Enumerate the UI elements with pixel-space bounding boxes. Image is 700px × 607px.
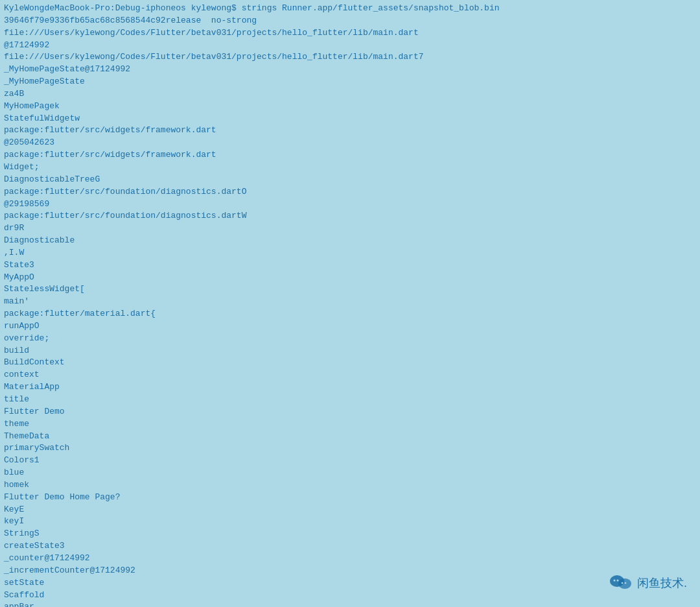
terminal-line: StringS bbox=[4, 528, 696, 540]
terminal-line: MaterialApp bbox=[4, 381, 696, 394]
terminal-line: dr9R bbox=[4, 222, 696, 235]
svg-point-1 bbox=[618, 578, 631, 589]
terminal-line: package:flutter/src/foundation/diagnosti… bbox=[4, 210, 696, 222]
terminal-line: @29198569 bbox=[4, 198, 696, 211]
svg-point-2 bbox=[613, 580, 615, 582]
terminal-line: homek bbox=[4, 479, 696, 492]
terminal-line: _MyHomePageState bbox=[4, 76, 696, 88]
terminal-line: package:flutter/material.dart{ bbox=[4, 308, 696, 320]
terminal-line: blue bbox=[4, 467, 696, 479]
terminal-line: _incrementCounter@17124992 bbox=[4, 565, 696, 577]
terminal-line: file:///Users/kylewong/Codes/Flutter/bet… bbox=[4, 27, 696, 40]
svg-point-4 bbox=[622, 582, 624, 584]
terminal-line: _MyHomePageState@17124992 bbox=[4, 64, 696, 76]
terminal-line: KeyE bbox=[4, 504, 696, 516]
terminal-line: Flutter Demo Home Page? bbox=[4, 492, 696, 504]
terminal-line: Colors1 bbox=[4, 455, 696, 467]
terminal-line: main' bbox=[4, 296, 696, 308]
terminal-line: MyAppO bbox=[4, 272, 696, 284]
terminal-line: StatefulWidgetw bbox=[4, 113, 696, 125]
terminal-line: createState3 bbox=[4, 540, 696, 553]
terminal-line: 39646f79e9336fb65ac68c8568544c92release … bbox=[4, 15, 696, 27]
terminal-line: _counter@17124992 bbox=[4, 553, 696, 565]
terminal-line: context bbox=[4, 369, 696, 381]
watermark: 闲鱼技术. bbox=[609, 571, 687, 595]
terminal-line: @205042623 bbox=[4, 137, 696, 149]
terminal-line: runAppO bbox=[4, 320, 696, 333]
terminal-line: za4B bbox=[4, 88, 696, 101]
terminal-line: primarySwatch bbox=[4, 442, 696, 455]
terminal-line: setState bbox=[4, 577, 696, 589]
terminal-line: MyHomePagek bbox=[4, 101, 696, 113]
terminal-line: file:///Users/kylewong/Codes/Flutter/bet… bbox=[4, 51, 696, 64]
terminal-line: State3 bbox=[4, 259, 696, 272]
wechat-icon bbox=[609, 571, 633, 595]
terminal-line: package:flutter/src/foundation/diagnosti… bbox=[4, 186, 696, 198]
terminal-line: Diagnosticable bbox=[4, 235, 696, 247]
terminal-line: Scaffold bbox=[4, 589, 696, 602]
terminal-line: ThemeData bbox=[4, 431, 696, 443]
terminal-output: KyleWongdeMacBook-Pro:Debug-iphoneos kyl… bbox=[0, 0, 700, 607]
terminal-line: appBar bbox=[4, 601, 696, 607]
svg-point-3 bbox=[616, 580, 618, 582]
watermark-label: 闲鱼技术. bbox=[637, 575, 687, 591]
terminal-line: build bbox=[4, 345, 696, 357]
terminal-line: package:flutter/src/widgets/framework.da… bbox=[4, 125, 696, 137]
terminal-line: DiagnosticableTreeG bbox=[4, 174, 696, 186]
terminal-line: package:flutter/src/widgets/framework.da… bbox=[4, 149, 696, 161]
terminal-line: theme bbox=[4, 418, 696, 431]
terminal-line: title bbox=[4, 394, 696, 406]
terminal-line: @17124992 bbox=[4, 40, 696, 52]
terminal-line: Widget; bbox=[4, 161, 696, 174]
terminal-line: Flutter Demo bbox=[4, 406, 696, 418]
terminal-line: KyleWongdeMacBook-Pro:Debug-iphoneos kyl… bbox=[4, 3, 696, 15]
terminal-line: keyI bbox=[4, 516, 696, 528]
terminal-line: override; bbox=[4, 333, 696, 345]
terminal-line: ,I.W bbox=[4, 247, 696, 259]
svg-point-5 bbox=[625, 582, 627, 584]
terminal-line: BuildContext bbox=[4, 357, 696, 369]
terminal-line: StatelessWidget[ bbox=[4, 283, 696, 296]
